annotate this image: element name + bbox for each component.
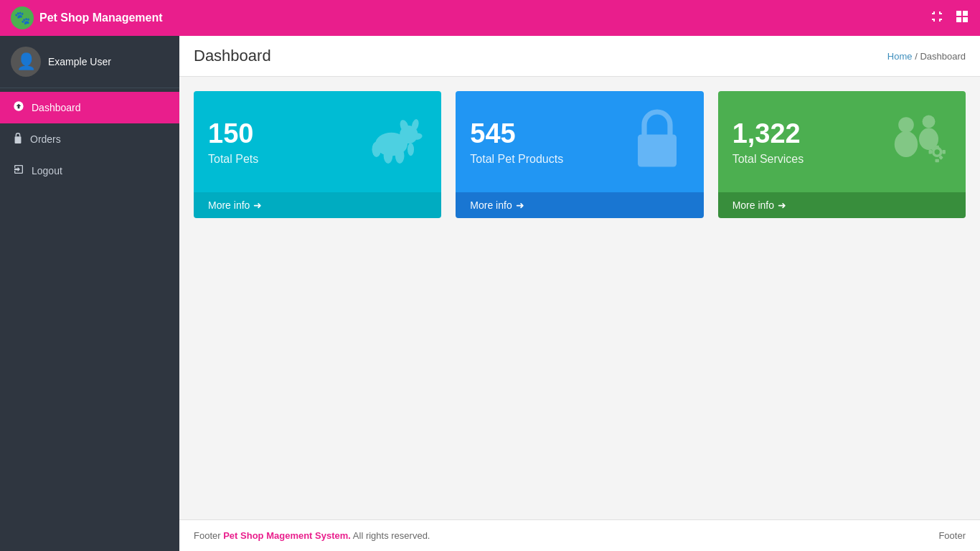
navbar-left: 🐾 Pet Shop Management: [11, 6, 163, 29]
pets-card-text: 150 Total Pets: [208, 118, 258, 166]
svg-point-9: [384, 148, 393, 164]
products-card-text: 545 Total Pet Products: [470, 118, 563, 166]
avatar: 👤: [11, 47, 41, 77]
logout-label: Logout: [32, 165, 62, 176]
breadcrumb-home[interactable]: Home: [887, 51, 913, 62]
user-name: Example User: [48, 56, 111, 67]
sidebar-nav: Dashboard Orders Logout: [0, 92, 179, 187]
orders-link[interactable]: Orders: [0, 123, 179, 155]
services-card-body: 1,322 Total Services: [718, 91, 966, 192]
services-number: 1,322: [732, 118, 804, 149]
top-navbar: 🐾 Pet Shop Management: [0, 0, 980, 36]
orders-label: Orders: [30, 133, 61, 145]
svg-rect-25: [942, 150, 946, 154]
sidebar-item-logout[interactable]: Logout: [0, 155, 179, 187]
pets-card: 150 Total Pets: [194, 91, 441, 218]
dashboard-icon: [13, 100, 24, 115]
svg-point-21: [935, 149, 940, 154]
svg-point-8: [372, 141, 382, 157]
sidebar: 👤 Example User Dashboard Orders: [0, 36, 179, 551]
main-wrapper: 👤 Example User Dashboard Orders: [0, 36, 980, 551]
cards-container: 150 Total Pets: [179, 77, 980, 232]
svg-point-10: [395, 148, 405, 164]
svg-rect-24: [928, 150, 932, 154]
footer-brand-link[interactable]: Pet Shop Magement System.: [223, 530, 351, 541]
products-more-info[interactable]: More info ➜: [456, 192, 703, 218]
pets-more-info[interactable]: More info ➜: [194, 192, 441, 218]
products-card: 545 Total Pet Products More info ➜: [456, 91, 703, 218]
svg-point-16: [898, 117, 914, 133]
products-icon: [625, 105, 689, 178]
arrow-icon: ➜: [253, 199, 262, 211]
svg-point-18: [922, 116, 935, 128]
pets-number: 150: [208, 118, 258, 149]
pets-label: Total Pets: [208, 153, 258, 166]
page-footer: Footer Pet Shop Magement System. All rig…: [179, 519, 980, 551]
services-more-info[interactable]: More info ➜: [718, 192, 966, 218]
compress-icon[interactable]: [930, 9, 944, 27]
brand: 🐾 Pet Shop Management: [11, 6, 163, 29]
sidebar-item-dashboard[interactable]: Dashboard: [0, 92, 179, 123]
svg-rect-23: [935, 159, 938, 163]
svg-rect-3: [963, 17, 968, 22]
navbar-right: [930, 9, 969, 27]
svg-point-17: [895, 131, 918, 157]
products-label: Total Pet Products: [470, 153, 563, 166]
svg-point-11: [407, 143, 414, 156]
footer-suffix: All rights reserved.: [353, 530, 430, 541]
services-card-text: 1,322 Total Services: [732, 118, 804, 166]
sidebar-item-orders[interactable]: Orders: [0, 123, 179, 155]
svg-rect-22: [935, 146, 938, 149]
logout-icon: [13, 164, 24, 178]
brand-name: Pet Shop Management: [39, 11, 163, 24]
page-title: Dashboard: [194, 47, 271, 65]
brand-logo: 🐾: [11, 6, 34, 29]
content-spacer: [179, 232, 980, 519]
products-card-body: 545 Total Pet Products: [456, 91, 703, 192]
breadcrumb-current: Dashboard: [920, 51, 966, 62]
arrow-icon: ➜: [516, 199, 524, 211]
footer-prefix: Footer: [194, 530, 221, 541]
content-area: Dashboard Home / Dashboard 150 Total Pet…: [179, 36, 980, 551]
arrow-icon: ➜: [778, 199, 786, 211]
svg-rect-2: [956, 17, 961, 22]
dashboard-label: Dashboard: [32, 102, 81, 113]
user-panel: 👤 Example User: [0, 36, 179, 88]
svg-rect-5: [15, 136, 22, 143]
footer-right: Footer: [938, 530, 966, 541]
footer-left: Footer Pet Shop Magement System. All rig…: [194, 530, 430, 541]
svg-rect-15: [638, 135, 677, 167]
svg-rect-1: [963, 11, 968, 16]
orders-icon: [13, 132, 23, 146]
grid-icon[interactable]: [955, 9, 969, 27]
products-number: 545: [470, 118, 563, 149]
logout-link[interactable]: Logout: [0, 155, 179, 187]
dashboard-link[interactable]: Dashboard: [0, 92, 179, 123]
services-card: 1,322 Total Services: [718, 91, 966, 218]
content-header: Dashboard Home / Dashboard: [179, 36, 980, 77]
services-icon: [887, 105, 951, 178]
svg-rect-0: [956, 11, 961, 16]
pets-card-body: 150 Total Pets: [194, 91, 441, 192]
services-label: Total Services: [732, 153, 804, 166]
breadcrumb: Home / Dashboard: [887, 51, 966, 62]
pets-icon: [362, 105, 427, 178]
